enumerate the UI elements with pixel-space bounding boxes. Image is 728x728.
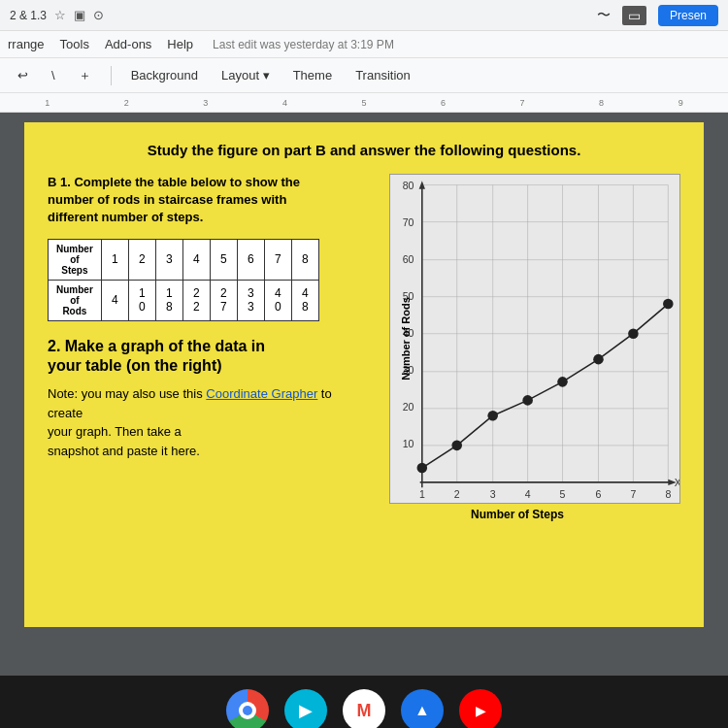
menu-tools[interactable]: Tools [60,37,89,51]
svg-text:X: X [675,477,679,488]
note-prefix: Note: you may also use this [48,386,203,401]
svg-text:3: 3 [490,488,496,500]
svg-point-45 [663,299,674,310]
svg-point-43 [593,354,604,365]
svg-text:4: 4 [525,488,531,500]
svg-text:10: 10 [403,438,414,449]
svg-text:1: 1 [419,488,425,500]
svg-point-38 [417,463,428,474]
svg-point-44 [628,328,639,339]
rods-7: 40 [264,280,291,320]
svg-text:8: 8 [665,488,671,500]
left-panel: B 1. Complete the table below to show th… [48,174,335,521]
toolbar-slash[interactable]: \ [44,64,63,86]
svg-point-42 [557,377,568,387]
transition-button[interactable]: Transition [347,64,418,86]
share-icon[interactable]: ⊙ [93,8,104,22]
present-button[interactable]: Presen [658,5,718,26]
ruler: 1 2 3 4 5 6 7 8 9 [0,93,728,113]
table-row-steps: Number ofSteps 1 2 3 4 5 6 7 8 [49,239,319,280]
svg-text:2: 2 [454,488,460,500]
slide[interactable]: Study the figure on part B and answer th… [24,122,704,627]
table-row-rods: Number ofRods 4 10 18 22 27 33 40 48 [49,280,319,320]
right-panel: 80 70 60 50 40 30 20 10 1 2 3 [354,174,680,521]
browser-icons: ☆ ▣ ⊙ [54,8,104,22]
taskbar-drive-icon[interactable]: ▲ [401,689,444,728]
steps-7: 7 [264,239,291,280]
toolbar-plus[interactable]: ＋ [71,63,99,88]
steps-3: 3 [155,239,182,280]
ruler-marks: 1 2 3 4 5 6 7 8 9 [8,98,720,108]
note-text: Note: you may also use this Coordinate G… [48,384,335,460]
rods-4: 22 [182,280,210,320]
browser-title: 2 & 1.3 [10,9,47,22]
taskbar-youtube-icon[interactable]: ▶ [459,689,502,728]
taskbar-chrome-icon[interactable] [226,689,269,728]
rods-header: Number ofRods [49,280,102,320]
graph-container: 80 70 60 50 40 30 20 10 1 2 3 [389,174,680,504]
steps-5: 5 [210,239,237,280]
svg-text:6: 6 [596,488,602,500]
menu-addons[interactable]: Add-ons [105,37,151,51]
svg-point-41 [522,395,533,406]
svg-text:20: 20 [403,401,414,413]
svg-text:5: 5 [560,488,566,500]
browser-chrome: 2 & 1.3 ☆ ▣ ⊙ 〜 ▭ Presen [0,0,728,31]
rods-6: 33 [237,280,264,320]
svg-point-40 [487,411,498,421]
b1-instruction: B 1. Complete the table below to show th… [48,174,335,227]
svg-point-39 [451,441,462,451]
svg-text:70: 70 [403,216,414,228]
window-icon[interactable]: ▣ [74,8,85,22]
steps-8: 8 [291,239,318,280]
theme-button[interactable]: Theme [285,64,340,86]
graph-icon: 〜 [597,7,611,24]
slide-container: Study the figure on part B and answer th… [0,113,728,676]
svg-text:80: 80 [403,180,414,191]
task2-heading: 2. Make a graph of the data in your tabl… [48,337,335,378]
chat-icon[interactable]: ▭ [622,6,646,25]
taskbar: ▶ M ▲ ▶ [0,676,728,728]
steps-2: 2 [128,239,155,280]
star-icon[interactable]: ☆ [54,8,66,22]
graph-x-label: Number of Steps [354,508,680,521]
taskbar-gmail-icon[interactable]: M [343,689,385,728]
taskbar-play-icon[interactable]: ▶ [284,689,327,728]
toolbar-divider [111,66,112,85]
toolbar-undo[interactable]: ↩ [10,64,36,86]
coordinate-grapher-link[interactable]: Coordinate Grapher [206,386,317,401]
graph-svg: 80 70 60 50 40 30 20 10 1 2 3 [390,175,679,503]
svg-text:7: 7 [630,488,636,500]
toolbar: ↩ \ ＋ Background Layout ▾ Theme Transiti… [0,58,728,93]
rods-5: 27 [210,280,237,320]
steps-6: 6 [237,239,264,280]
rods-3: 18 [155,280,182,320]
steps-header: Number ofSteps [49,239,102,280]
rods-2: 10 [128,280,155,320]
svg-text:60: 60 [403,253,414,265]
rods-1: 4 [101,280,128,320]
rods-8: 48 [291,280,318,320]
slide-content: B 1. Complete the table below to show th… [48,174,680,521]
steps-4: 4 [182,239,210,280]
last-edit-text: Last edit was yesterday at 3:19 PM [213,38,394,51]
menu-arrange[interactable]: rrange [8,37,45,51]
menu-bar: rrange Tools Add-ons Help Last edit was … [0,31,728,58]
data-table: Number ofSteps 1 2 3 4 5 6 7 8 Number of… [48,239,319,321]
graph-y-label: Number of Rods [400,297,412,381]
layout-button[interactable]: Layout ▾ [214,64,278,86]
menu-help[interactable]: Help [167,37,193,51]
background-button[interactable]: Background [123,64,206,86]
steps-1: 1 [101,239,128,280]
slide-heading: Study the figure on part B and answer th… [48,142,680,158]
